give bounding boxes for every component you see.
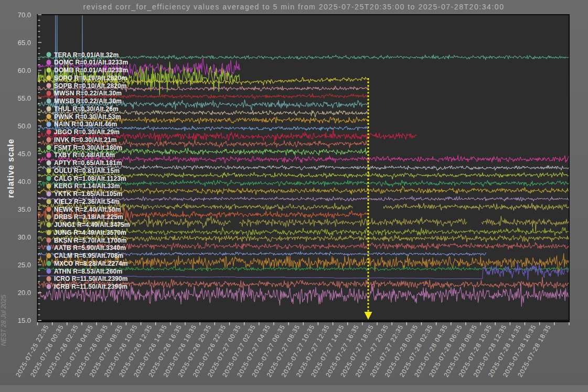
svg-text:SOPO R=0.10/Alt.2820m: SOPO R=0.10/Alt.2820m — [54, 74, 127, 82]
svg-text:PWNK R=0.30/Alt.53m: PWNK R=0.30/Alt.53m — [54, 113, 121, 121]
svg-text:DOMB R=0.01/Alt.3233m: DOMB R=0.01/Alt.3233m — [54, 67, 128, 74]
svg-text:JBGO R=0.30/Alt.29m: JBGO R=0.30/Alt.29m — [54, 128, 120, 136]
svg-text:ATHN R=8.53/Alt.260m: ATHN R=8.53/Alt.260m — [54, 268, 122, 275]
svg-text:MWSB R=0.22/Alt.30m: MWSB R=0.22/Alt.30m — [54, 97, 122, 105]
svg-text:DRBS R=3.18/Alt.225m: DRBS R=3.18/Alt.225m — [54, 213, 123, 221]
svg-text:FSMT R=0.30/Alt.180m: FSMT R=0.30/Alt.180m — [54, 144, 122, 151]
svg-text:SOPB R=0.10/Alt.2820m: SOPB R=0.10/Alt.2820m — [54, 82, 127, 90]
svg-text:KERG R=1.14/Alt.33m: KERG R=1.14/Alt.33m — [54, 182, 120, 190]
svg-text:relative scale: relative scale — [6, 138, 15, 198]
svg-text:NAIN R=0.30/Alt.46m: NAIN R=0.30/Alt.46m — [54, 121, 117, 128]
svg-text:YKTK R=1.65/Alt.105m: YKTK R=1.65/Alt.105m — [54, 190, 122, 198]
svg-text:THUL R=0.30/Alt.26m: THUL R=0.30/Alt.26m — [54, 105, 119, 113]
svg-text:DOMC R=0.01/Alt.3233m: DOMC R=0.01/Alt.3233m — [54, 59, 128, 66]
svg-text:50.0: 50.0 — [18, 122, 31, 130]
svg-text:NEWK R=2.40/Alt.50m: NEWK R=2.40/Alt.50m — [54, 206, 121, 213]
svg-text:MXCO R=8.28/Alt.2274m: MXCO R=8.28/Alt.2274m — [54, 260, 128, 267]
svg-text:20.0: 20.0 — [18, 289, 31, 297]
svg-text:TXBY R=0.48/Alt.0m: TXBY R=0.48/Alt.0m — [54, 151, 115, 159]
svg-text:BKSN R=5.70/Alt.1700m: BKSN R=5.70/Alt.1700m — [54, 237, 127, 244]
svg-text:55.0: 55.0 — [18, 94, 31, 102]
svg-text:revised corr_for_efficiency va: revised corr_for_efficiency values avera… — [83, 3, 504, 11]
svg-text:TERA R=0.01/Alt.32m: TERA R=0.01/Alt.32m — [54, 51, 119, 59]
svg-text:CALG R=1.08/Alt.1123m: CALG R=1.08/Alt.1123m — [54, 175, 126, 182]
svg-text:JUNG R=4.49/Alt.3570m: JUNG R=4.49/Alt.3570m — [54, 229, 126, 236]
svg-text:KIEL2 R=2.36/Alt.54m: KIEL2 R=2.36/Alt.54m — [54, 198, 120, 205]
svg-text:35.0: 35.0 — [18, 205, 31, 213]
svg-text:45.0: 45.0 — [18, 150, 31, 158]
svg-text:65.0: 65.0 — [18, 39, 31, 47]
svg-text:ICRO R=11.50/Alt.2390m: ICRO R=11.50/Alt.2390m — [54, 275, 128, 282]
svg-text:30.0: 30.0 — [18, 233, 31, 241]
svg-text:70.0: 70.0 — [18, 11, 31, 19]
svg-text:JUNG1 R=4.49/Alt.3475m: JUNG1 R=4.49/Alt.3475m — [54, 221, 130, 228]
svg-text:AATB R=5.90/Alt.3340m: AATB R=5.90/Alt.3340m — [54, 244, 126, 252]
svg-text:MWSN R=0.22/Alt.30m: MWSN R=0.22/Alt.30m — [54, 90, 122, 97]
svg-text:OULU R=0.81/Alt.15m: OULU R=0.81/Alt.15m — [54, 167, 120, 175]
svg-text:25.0: 25.0 — [18, 261, 31, 269]
svg-text:CALM R=6.95/Alt.708m: CALM R=6.95/Alt.708m — [54, 252, 123, 259]
svg-text:INVK R=0.30/Alt.21m: INVK R=0.30/Alt.21m — [54, 136, 117, 144]
svg-text:NEST 28 Jul 2025: NEST 28 Jul 2025 — [0, 295, 7, 346]
svg-text:APTY R=0.65/Alt.181m: APTY R=0.65/Alt.181m — [54, 159, 122, 167]
svg-text:60.0: 60.0 — [18, 67, 31, 74]
svg-text:15.0: 15.0 — [18, 317, 31, 324]
svg-text:ICRB R=11.50/Alt.2390m: ICRB R=11.50/Alt.2390m — [54, 283, 127, 290]
svg-text:40.0: 40.0 — [18, 178, 31, 186]
